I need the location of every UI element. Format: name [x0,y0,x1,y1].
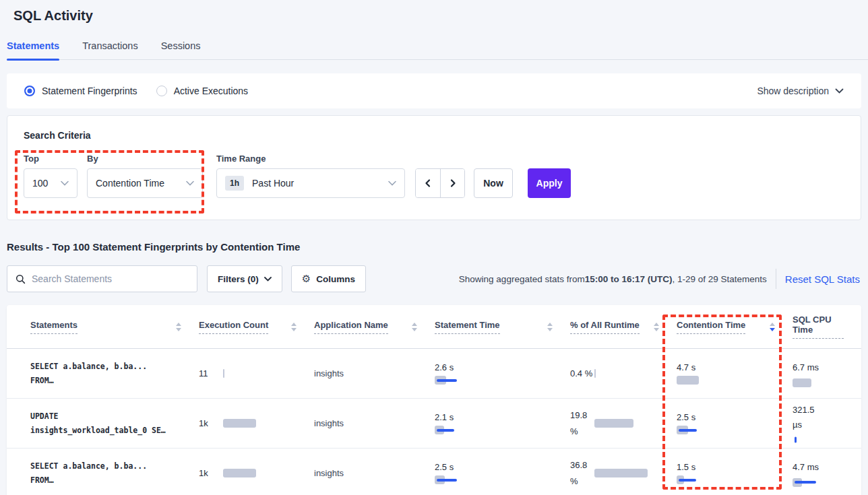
statements-table: Statements Execution Count Application N… [7,305,861,495]
time-range-label: Time Range [216,154,415,164]
sql-cpu-time-bar [793,436,861,444]
column-label[interactable]: Statements [30,320,78,334]
apply-button[interactable]: Apply [528,168,571,198]
sort-toggle-icon[interactable] [291,323,297,331]
show-description-label: Show description [757,86,829,96]
statement-time-bar [435,376,570,385]
chevron-right-icon [448,178,458,188]
sort-toggle-icon[interactable] [547,323,553,331]
statement-line: insights_workload_table_0 SE… [30,424,199,438]
execution-count-bar [223,469,256,477]
column-label[interactable]: Execution Count [199,320,268,334]
chevron-down-icon [264,277,272,282]
table-row[interactable]: SELECT a.balance, b.ba... FROM… 1k insig… [7,449,861,495]
results-toolbar: Filters (0) ⚙ Columns Showing aggregated… [7,265,861,292]
execution-count-bar [223,369,224,378]
by-field: By Contention Time [87,154,216,198]
chevron-left-icon [423,178,433,188]
runtime-pct-cell: 36.8 % [570,457,677,490]
search-criteria-panel: Search Criteria Top 100 By Contention Ti… [7,115,861,220]
now-button[interactable]: Now [474,168,513,198]
statement-line: FROM… [30,374,199,388]
statement-line: SELECT a.balance, b.ba... [30,459,199,473]
sort-toggle-icon[interactable] [412,323,417,331]
column-label[interactable]: % of All Runtime [570,320,640,334]
application-name-cell: insights [314,368,435,378]
sort-toggle-icon[interactable] [654,323,659,331]
application-name-cell: insights [314,468,435,478]
by-select-value: Contention Time [96,178,164,189]
sql-cpu-time-cell: 6.7 ms [793,360,861,387]
reset-sql-stats-link[interactable]: Reset SQL Stats [785,273,861,285]
search-icon [16,274,26,284]
radio-active-executions[interactable]: Active Executions [156,86,249,96]
sql-activity-page: SQL Activity Statements Transactions Ses… [0,0,868,495]
tab-bar: Statements Transactions Sessions [7,40,868,60]
column-label[interactable]: SQL CPU Time [793,315,844,339]
chevron-down-icon [835,88,844,94]
runtime-pct-bar [594,419,633,428]
radio-statement-fingerprints[interactable]: Statement Fingerprints [24,86,137,96]
execution-count-cell: 1k [199,418,314,428]
results-heading: Results - Top 100 Statement Fingerprints… [7,241,861,253]
search-statements-input[interactable] [32,273,189,284]
sql-cpu-time-cell: 4.7 ms [793,460,861,487]
tab-sessions[interactable]: Sessions [161,40,201,59]
contention-time-bar [677,426,793,434]
time-range-select[interactable]: 1h Past Hour [216,168,405,198]
show-description-toggle[interactable]: Show description [757,86,844,96]
sort-toggle-icon[interactable] [176,323,181,331]
time-range-field: Time Range 1h Past Hour [216,154,415,198]
statement-time-bar [435,475,570,484]
filters-button[interactable]: Filters (0) [207,265,282,292]
column-header-statement-time: Statement Time [435,320,570,334]
top-select[interactable]: 100 [24,168,78,198]
statement-fingerprint-link[interactable]: SELECT a.balance, b.ba... FROM… [30,459,199,488]
by-select[interactable]: Contention Time [87,168,203,198]
tab-transactions[interactable]: Transactions [82,40,137,59]
columns-button[interactable]: ⚙ Columns [291,265,366,292]
contention-time-cell: 4.7 s [677,362,793,385]
statement-fingerprint-link[interactable]: UPDATE insights_workload_table_0 SE… [30,409,199,438]
column-label[interactable]: Contention Time [677,320,745,334]
filters-label: Filters (0) [218,274,259,284]
contention-time-bar [677,475,793,484]
previous-time-range-button[interactable] [416,169,440,197]
stats-suffix: , 1-29 of 29 Statements [672,274,766,284]
runtime-pct-cell: 0.4 % [570,366,677,382]
column-label[interactable]: Application Name [314,320,388,334]
column-header-sql-cpu-time: SQL CPU Time [793,315,861,339]
radio-unselected-icon[interactable] [156,86,167,96]
table-row[interactable]: UPDATE insights_workload_table_0 SE… 1k … [7,399,861,449]
sql-cpu-time-bar [793,378,861,387]
search-statements-box[interactable] [7,265,197,292]
radio-label: Active Executions [174,86,249,96]
statement-time-cell: 2.6 s [435,362,570,385]
aggregated-stats-text: Showing aggregated stats from 15:00 to 1… [459,274,767,284]
sql-cpu-time-cell: 321.5 µs [793,403,861,444]
top-label: Top [24,154,87,164]
statement-line: SELECT a.balance, b.ba... [30,360,199,374]
statement-fingerprint-link[interactable]: SELECT a.balance, b.ba... FROM… [30,360,199,388]
column-header-runtime-pct: % of All Runtime [570,320,677,334]
statement-time-cell: 2.1 s [435,412,570,434]
time-range-step-group [415,168,465,198]
table-row[interactable]: SELECT a.balance, b.ba... FROM… 11 insig… [7,349,861,399]
next-time-range-button[interactable] [440,169,464,197]
radio-label: Statement Fingerprints [42,86,137,96]
column-header-execution-count: Execution Count [199,320,314,334]
column-header-application-name: Application Name [314,320,435,334]
statement-line: UPDATE [30,409,199,424]
tab-statements[interactable]: Statements [7,40,59,59]
contention-time-cell: 1.5 s [677,462,793,484]
sql-cpu-time-bar [793,478,861,487]
table-header-row: Statements Execution Count Application N… [7,305,861,349]
chevron-down-icon [61,180,69,186]
radio-selected-icon[interactable] [24,86,35,96]
sort-toggle-icon[interactable] [770,323,775,331]
view-toggle-bar: Statement Fingerprints Active Executions… [7,73,861,108]
column-label[interactable]: Statement Time [435,320,500,334]
runtime-pct-bar [594,469,648,477]
by-label: By [87,154,216,164]
contention-time-bar [677,376,793,385]
